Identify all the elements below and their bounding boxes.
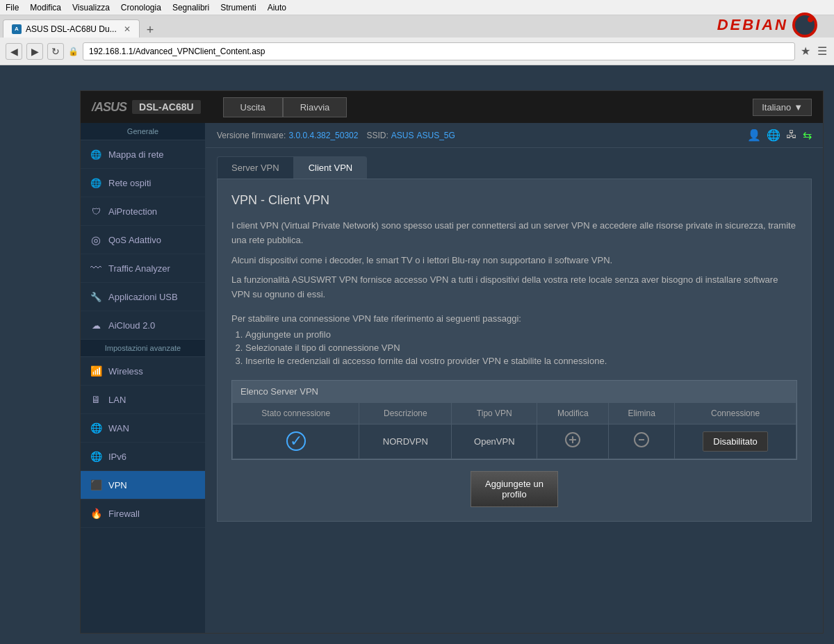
vpn-table-container: Elenco Server VPN Stato connessione Desc… — [231, 380, 797, 460]
tab-label: ASUS DSL-AC68U Du... — [26, 24, 117, 34]
browser-tab-active[interactable]: A ASUS DSL-AC68U Du... ✕ — [3, 19, 140, 38]
sidebar-item-traffic-analyzer[interactable]: 〰 Traffic Analyzer — [81, 254, 205, 283]
status-icons: 👤 🌐 🖧 ⇆ — [747, 129, 812, 142]
vpn-table-title: Elenco Server VPN — [232, 381, 796, 402]
ssid-label: SSID: — [366, 131, 388, 140]
network-status-icon: 🖧 — [786, 129, 797, 142]
tab-server-vpn[interactable]: Server VPN — [217, 156, 294, 179]
sidebar-label-lan: LAN — [108, 395, 126, 405]
back-button[interactable]: ◀ — [6, 43, 22, 60]
lock-icon: 🔒 — [68, 47, 79, 56]
sidebar-label-mappa-rete: Mappa di rete — [108, 149, 164, 160]
language-selector[interactable]: Italiano ▼ — [753, 99, 812, 116]
vpn-steps-list: Aggiungete un profilo Selezionate il tip… — [245, 329, 797, 366]
debian-logo-text: DEBIAN — [717, 16, 788, 34]
menu-modifica[interactable]: Modifica — [30, 3, 61, 13]
tab-client-vpn[interactable]: Client VPN — [294, 156, 368, 179]
vpn-desc-2: Alcuni dispositivi come i decoder, le sm… — [231, 254, 797, 268]
vpn-step-2: Selezionate il tipo di connessione VPN — [245, 342, 797, 353]
menu-icon[interactable]: ☰ — [816, 43, 828, 59]
sidebar-label-wan: WAN — [108, 423, 129, 434]
description-cell: NORDVPN — [359, 424, 452, 459]
qos-icon: ◎ — [89, 233, 103, 247]
ssid1-link[interactable]: ASUS — [391, 131, 414, 140]
address-input[interactable] — [83, 42, 795, 60]
sidebar-item-aicloud[interactable]: ☁ AiCloud 2.0 — [81, 311, 205, 340]
restart-button[interactable]: Riavvia — [283, 97, 348, 117]
usb-status-icon: ⇆ — [803, 129, 812, 142]
sidebar-label-rete-ospiti: Rete ospiti — [108, 178, 151, 188]
menu-file[interactable]: File — [6, 3, 19, 13]
sidebar-item-firewall[interactable]: 🔥 Firewall — [81, 499, 205, 528]
lan-icon: 🖥 — [89, 393, 103, 406]
model-name: DSL-AC68U — [132, 100, 201, 114]
delete-button[interactable] — [634, 432, 649, 451]
sidebar-item-lan[interactable]: 🖥 LAN — [81, 386, 205, 414]
sidebar-item-rete-ospiti[interactable]: 🌐 Rete ospiti — [81, 169, 205, 197]
sidebar-label-firewall: Firewall — [108, 509, 140, 519]
vpn-description: I client VPN (Virtual Private Network) s… — [231, 219, 797, 302]
user-icon: 👤 — [747, 129, 761, 142]
sidebar-item-aiprotection[interactable]: 🛡 AiProtection — [81, 197, 205, 226]
sidebar-item-qos[interactable]: ◎ QoS Adattivo — [81, 226, 205, 254]
firmware-label: Versione firmware: — [217, 131, 286, 140]
col-modifica: Modifica — [537, 402, 609, 424]
ssid2-link[interactable]: ASUS_5G — [417, 131, 455, 140]
asus-logo: /ASUS — [92, 100, 126, 115]
traffic-icon: 〰 — [89, 261, 103, 275]
sidebar-section-generale: Generale — [81, 123, 205, 140]
col-tipo: Tipo VPN — [452, 402, 537, 424]
connessione-cell: Disabilitato — [675, 424, 796, 459]
bookmarks-icon[interactable]: ★ — [799, 43, 812, 59]
sidebar-label-aicloud: AiCloud 2.0 — [108, 320, 155, 331]
sidebar-section-avanzate: Impostazioni avanzate — [81, 340, 205, 357]
ipv6-icon: 🌐 — [89, 449, 103, 463]
menu-aiuto[interactable]: Aiuto — [268, 3, 286, 13]
vpn-tab-row: Server VPN Client VPN — [206, 148, 823, 179]
vpn-step-3: Inserite le credenziali di accesso forni… — [245, 356, 797, 366]
debian-logo-swirl — [792, 13, 817, 38]
connection-toggle-button[interactable]: Disabilitato — [703, 431, 768, 452]
vpn-icon: ⬛ — [89, 478, 103, 492]
sidebar-label-wireless: Wireless — [108, 366, 143, 377]
sidebar-item-applicazioni-usb[interactable]: 🔧 Applicazioni USB — [81, 283, 205, 311]
elimina-cell — [609, 424, 675, 459]
router-header: /ASUS DSL-AC68U Uscita Riavvia Italiano … — [81, 91, 823, 123]
menu-strumenti[interactable]: Strumenti — [220, 3, 256, 13]
new-tab-button[interactable]: + — [142, 23, 158, 38]
vpn-content-panel: VPN - Client VPN I client VPN (Virtual P… — [217, 179, 812, 522]
content-area: Versione firmware: 3.0.0.4.382_50302 SSI… — [206, 123, 823, 633]
router-ui: /ASUS DSL-AC68U Uscita Riavvia Italiano … — [80, 90, 824, 634]
lang-dropdown-icon: ▼ — [794, 102, 803, 113]
sidebar-item-ipv6[interactable]: 🌐 IPv6 — [81, 443, 205, 471]
tab-bar: A ASUS DSL-AC68U Du... ✕ + DEBIAN — [0, 15, 834, 38]
forward-button[interactable]: ▶ — [26, 43, 43, 60]
sidebar-item-wireless[interactable]: 📶 Wireless — [81, 357, 205, 386]
vpn-desc-3: La funzionalità ASUSWRT VPN fornisce acc… — [231, 273, 797, 302]
router-body: Generale 🌐 Mappa di rete 🌐 Rete ospiti 🛡… — [81, 123, 823, 633]
col-connessione: Connessione — [675, 402, 796, 424]
sidebar-label-traffic-analyzer: Traffic Analyzer — [108, 263, 170, 274]
globe-status-icon: 🌐 — [767, 129, 780, 142]
col-stato: Stato connessione — [233, 402, 359, 424]
menu-segnalibri[interactable]: Segnalibri — [172, 3, 209, 13]
menu-visualizza[interactable]: Visualizza — [72, 3, 110, 13]
firmware-version-link[interactable]: 3.0.0.4.382_50302 — [288, 131, 358, 140]
sidebar-item-wan[interactable]: 🌐 WAN — [81, 414, 205, 443]
network-icon: 🌐 — [89, 176, 103, 190]
vpn-steps: Per stabilire una connessione VPN fate r… — [231, 313, 797, 366]
tab-close-button[interactable]: ✕ — [124, 24, 131, 34]
exit-button[interactable]: Uscita — [223, 97, 283, 117]
sidebar-label-qos: QoS Adattivo — [108, 235, 161, 245]
vpn-title: VPN - Client VPN — [231, 193, 797, 208]
reload-button[interactable]: ↻ — [47, 43, 64, 60]
delete-icon — [634, 432, 649, 447]
add-profile-button[interactable]: Aggiungete un profilo — [471, 471, 558, 507]
lang-label: Italiano — [762, 102, 791, 113]
sidebar-item-mappa-rete[interactable]: 🌐 Mappa di rete — [81, 140, 205, 169]
sidebar-item-vpn[interactable]: ⬛ VPN — [81, 471, 205, 499]
sidebar-label-ipv6: IPv6 — [108, 452, 126, 462]
sidebar-label-vpn: VPN — [108, 480, 127, 490]
edit-button[interactable] — [565, 432, 580, 451]
menu-cronologia[interactable]: Cronologia — [121, 3, 161, 13]
